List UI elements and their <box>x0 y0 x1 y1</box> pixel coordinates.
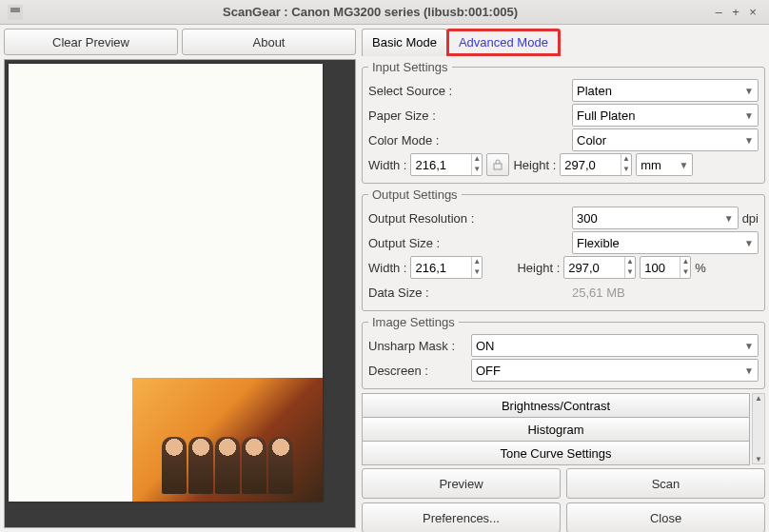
minimize-button[interactable]: – <box>710 5 727 19</box>
svg-rect-2 <box>494 164 502 169</box>
tab-basic-mode[interactable]: Basic Mode <box>362 29 447 56</box>
chevron-down-icon: ▼ <box>724 213 734 224</box>
color-mode-label: Color Mode : <box>368 133 568 148</box>
chevron-down-icon: ▼ <box>744 86 754 96</box>
output-width-label: Width : <box>368 261 406 275</box>
scanned-photo <box>132 378 323 502</box>
input-width-label: Width : <box>368 158 406 172</box>
chevron-down-icon: ▼ <box>744 365 754 376</box>
output-settings-legend: Output Settings <box>368 187 462 202</box>
output-height-field[interactable]: ▲▼ <box>563 256 636 279</box>
scan-button[interactable]: Scan <box>566 468 765 499</box>
image-settings-legend: Image Settings <box>368 315 459 329</box>
preview-area[interactable] <box>4 59 356 528</box>
output-size-label: Output Size : <box>368 236 568 250</box>
select-source-dropdown[interactable]: Platen▼ <box>572 79 759 102</box>
unsharp-dropdown[interactable]: ON▼ <box>471 334 759 357</box>
chevron-down-icon: ▼ <box>744 341 754 351</box>
descreen-dropdown[interactable]: OFF▼ <box>471 359 759 382</box>
input-unit-dropdown[interactable]: mm▼ <box>636 153 693 176</box>
svg-rect-1 <box>10 8 20 12</box>
window-title: ScanGear : Canon MG3200 series (libusb:0… <box>30 5 710 19</box>
paper-size-label: Paper Size : <box>368 108 568 123</box>
output-size-dropdown[interactable]: Flexible▼ <box>572 231 759 254</box>
preview-page <box>9 64 323 502</box>
preferences-button[interactable]: Preferences... <box>362 502 561 532</box>
histogram-expander[interactable]: Histogram <box>362 417 750 442</box>
close-button[interactable]: Close <box>566 502 765 532</box>
unsharp-label: Unsharp Mask : <box>368 339 467 353</box>
titlebar: ScanGear : Canon MG3200 series (libusb:0… <box>0 0 769 25</box>
input-height-field[interactable]: ▲▼ <box>560 153 632 176</box>
chevron-down-icon: ▼ <box>744 110 754 121</box>
input-settings-legend: Input Settings <box>368 60 452 74</box>
input-settings-group: Input Settings Select Source : Platen▼ P… <box>362 60 765 184</box>
output-scale-field[interactable]: ▲▼ <box>640 256 691 279</box>
output-resolution-label: Output Resolution : <box>368 211 568 226</box>
input-height-label: Height : <box>513 158 556 172</box>
app-icon <box>8 5 23 20</box>
tab-advanced-mode[interactable]: Advanced Mode <box>446 29 561 56</box>
percent-label: % <box>695 261 706 275</box>
output-resolution-dropdown[interactable]: 300▼ <box>572 207 739 229</box>
preview-button[interactable]: Preview <box>362 468 561 499</box>
select-source-label: Select Source : <box>368 84 568 98</box>
descreen-label: Descreen : <box>368 364 467 378</box>
clear-preview-button[interactable]: Clear Preview <box>4 29 178 55</box>
paper-size-dropdown[interactable]: Full Platen▼ <box>572 104 759 127</box>
tone-curve-expander[interactable]: Tone Curve Settings <box>362 441 750 465</box>
color-mode-dropdown[interactable]: Color▼ <box>572 128 759 151</box>
mode-tabs: Basic Mode Advanced Mode <box>362 29 765 56</box>
scroll-up-icon[interactable]: ▲ <box>753 394 764 403</box>
data-size-label: Data Size : <box>368 286 568 300</box>
scroll-down-icon[interactable]: ▼ <box>753 455 764 463</box>
maximize-button[interactable]: + <box>727 5 744 19</box>
data-size-value: 25,61 MB <box>572 286 625 300</box>
dpi-label: dpi <box>742 211 759 226</box>
lock-aspect-button[interactable] <box>486 153 509 176</box>
chevron-down-icon: ▼ <box>744 238 754 248</box>
input-width-field[interactable]: ▲▼ <box>410 153 483 176</box>
chevron-down-icon: ▼ <box>744 135 754 146</box>
expander-scrollbar[interactable]: ▲▼ <box>752 393 765 464</box>
output-settings-group: Output Settings Output Resolution : 300▼… <box>362 187 765 311</box>
brightness-contrast-expander[interactable]: Brightness/Contrast <box>362 393 750 418</box>
close-window-button[interactable]: × <box>744 5 761 19</box>
about-button[interactable]: About <box>182 29 356 55</box>
output-width-field[interactable]: ▲▼ <box>410 256 483 279</box>
image-settings-group: Image Settings Unsharp Mask : ON▼ Descre… <box>362 315 765 389</box>
chevron-down-icon: ▼ <box>679 160 688 170</box>
output-height-label: Height : <box>517 261 560 275</box>
